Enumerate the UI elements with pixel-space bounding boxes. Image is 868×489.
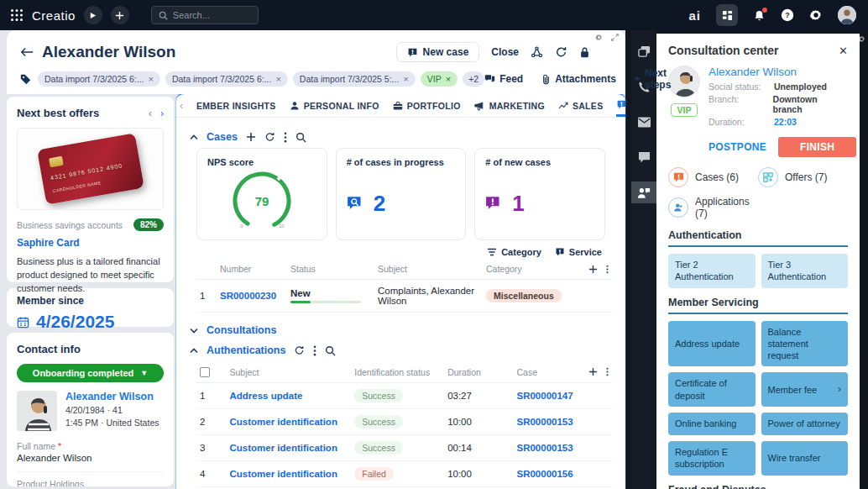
onboarding-status-button[interactable]: Onboarding completed▼ (17, 364, 164, 382)
consultation-panel-icon[interactable] (631, 181, 656, 203)
search-input[interactable] (173, 10, 248, 20)
applications-counter[interactable]: Applications (7) (668, 196, 758, 219)
email-icon[interactable] (631, 111, 656, 133)
help-icon[interactable]: ? (781, 8, 794, 22)
panels-toggle-icon[interactable] (716, 4, 738, 26)
app-launcher-icon[interactable] (10, 8, 24, 22)
tag-chip[interactable]: Data import 7/3/2025 6:...× (38, 71, 160, 87)
tab-portfolio[interactable]: PORTFOLIO (393, 94, 461, 117)
tab-marketing[interactable]: MARKETING (474, 94, 545, 117)
consultations-section-title[interactable]: Consultations (207, 324, 276, 336)
back-arrow-icon[interactable] (20, 46, 34, 58)
feed-button[interactable]: Feed (484, 73, 523, 85)
filter-category[interactable]: Category (487, 247, 541, 257)
case-number-link[interactable]: SR00000230 (220, 291, 276, 301)
authentication-row[interactable]: 1 Address update Success 03:27 SR0000014… (196, 383, 612, 409)
offer-name-link[interactable]: Saphire Card (17, 237, 164, 249)
chat-icon[interactable] (631, 146, 656, 168)
authentications-section-title[interactable]: Authentications (207, 344, 285, 356)
auth-subject-link[interactable]: Customer identification (229, 443, 337, 453)
column-header-subject[interactable]: Subject (226, 361, 351, 383)
add-row-icon[interactable] (588, 265, 598, 274)
auth-case-link[interactable]: SR00000147 (517, 391, 573, 401)
select-all-checkbox[interactable] (200, 367, 210, 377)
auth-case-link[interactable]: SR00000156 (517, 469, 573, 479)
cases-collapse-icon[interactable] (190, 134, 198, 140)
sessions-icon[interactable] (631, 40, 656, 62)
tab-member-insights[interactable]: EMBER INSIGHTS (196, 94, 276, 117)
case-row[interactable]: 1 SR00000230 New Complaints, Alexander W… (196, 280, 612, 313)
remove-tag-icon[interactable]: × (148, 74, 153, 84)
column-header-case[interactable]: Case (514, 361, 577, 383)
tabs-scroll-left-icon[interactable]: ‹ (180, 100, 183, 112)
offers-next-icon[interactable]: › (160, 108, 164, 119)
expand-icon[interactable] (611, 34, 619, 41)
notifications-bell-icon[interactable] (753, 9, 766, 22)
column-header-number[interactable]: Number (217, 259, 287, 280)
close-icon[interactable]: ✕ (839, 45, 848, 57)
remove-tag-icon[interactable]: × (446, 74, 451, 84)
finish-button[interactable]: FINISH (778, 137, 856, 157)
ai-assistant-icon[interactable]: ai (688, 8, 701, 23)
run-process-button[interactable] (84, 6, 102, 24)
add-row-icon[interactable] (588, 367, 598, 376)
consultations-expand-icon[interactable] (190, 328, 198, 334)
contact-name-link[interactable]: Alexander Wilson (65, 391, 159, 402)
wire-transfer-button[interactable]: Wire transfer (761, 441, 849, 476)
auth-case-link[interactable]: SR00000153 (517, 443, 573, 453)
full-name-field[interactable]: Full name * Alexander Wilson (17, 439, 164, 463)
page-settings-gear-icon[interactable] (595, 34, 603, 41)
column-header-status[interactable]: Status (287, 259, 374, 280)
add-case-icon[interactable] (246, 132, 256, 142)
regulation-e-button[interactable]: Regulation E subscription (668, 441, 756, 476)
offers-prev-icon[interactable]: ‹ (149, 108, 152, 119)
kebab-menu-icon[interactable] (606, 367, 609, 376)
tag-chip-vip[interactable]: VIP× (421, 71, 458, 87)
authentication-row[interactable]: 2 Customer identification Success 10:00 … (196, 409, 612, 435)
remove-tag-icon[interactable]: × (403, 74, 408, 84)
new-case-button[interactable]: New case (396, 42, 480, 62)
tab-service[interactable]: S (616, 94, 625, 117)
auth-subject-link[interactable]: Customer identification (229, 417, 337, 427)
process-icon[interactable] (531, 46, 543, 58)
lock-icon[interactable] (579, 46, 590, 58)
column-header-subject[interactable]: Subject (374, 259, 483, 280)
cases-counter[interactable]: Cases (6) (668, 167, 758, 187)
tab-personal-info[interactable]: PERSONAL INFO (290, 94, 379, 117)
postpone-button[interactable]: POSTPONE (709, 141, 766, 153)
search-icon[interactable] (325, 345, 336, 356)
member-fee-button[interactable]: Member fee› (761, 372, 849, 407)
tier3-authentication-button[interactable]: Tier 3 Authentication (761, 254, 849, 288)
online-banking-button[interactable]: Online banking (668, 413, 756, 435)
tag-chip[interactable]: Data import 7/3/2025 6:...× (165, 71, 288, 87)
tags-more-badge[interactable]: +2 (463, 71, 484, 87)
close-button[interactable]: Close (491, 46, 519, 58)
balance-statement-button[interactable]: Balance statement request (761, 321, 849, 367)
column-header-category[interactable]: Category (483, 259, 575, 280)
search-icon[interactable] (295, 132, 306, 143)
tier2-authentication-button[interactable]: Tier 2 Authentication (668, 254, 756, 288)
auth-case-link[interactable]: SR00000153 (517, 417, 573, 427)
auth-subject-link[interactable]: Address update (229, 391, 302, 401)
kebab-menu-icon[interactable] (284, 132, 287, 143)
offers-counter[interactable]: Offers (7) (758, 167, 848, 187)
quick-add-button[interactable] (111, 6, 129, 24)
next-steps-button[interactable]: Next steps (635, 67, 675, 91)
tag-chip[interactable]: Data import 7/3/2025 5:...× (293, 71, 416, 87)
authentication-row[interactable]: 4 Customer identification Failed 10:00 S… (196, 461, 612, 487)
kebab-menu-icon[interactable] (606, 265, 609, 274)
settings-gear-icon[interactable] (809, 8, 823, 22)
global-search[interactable] (151, 6, 259, 24)
remove-tag-icon[interactable]: × (275, 74, 280, 84)
column-header-identification-status[interactable]: Identification status (351, 361, 444, 383)
kebab-menu-icon[interactable] (313, 345, 316, 356)
cases-section-title[interactable]: Cases (207, 131, 238, 143)
refresh-icon[interactable] (555, 46, 567, 58)
filter-service[interactable]: Service (555, 247, 602, 257)
column-header-duration[interactable]: Duration (444, 361, 513, 383)
refresh-icon[interactable] (294, 345, 305, 355)
panel-contact-name-link[interactable]: Alexander Wilson (709, 66, 848, 78)
auth-subject-link[interactable]: Customer identification (229, 469, 337, 479)
authentications-collapse-icon[interactable] (190, 348, 198, 354)
attachments-button[interactable]: Attachments (541, 73, 616, 85)
